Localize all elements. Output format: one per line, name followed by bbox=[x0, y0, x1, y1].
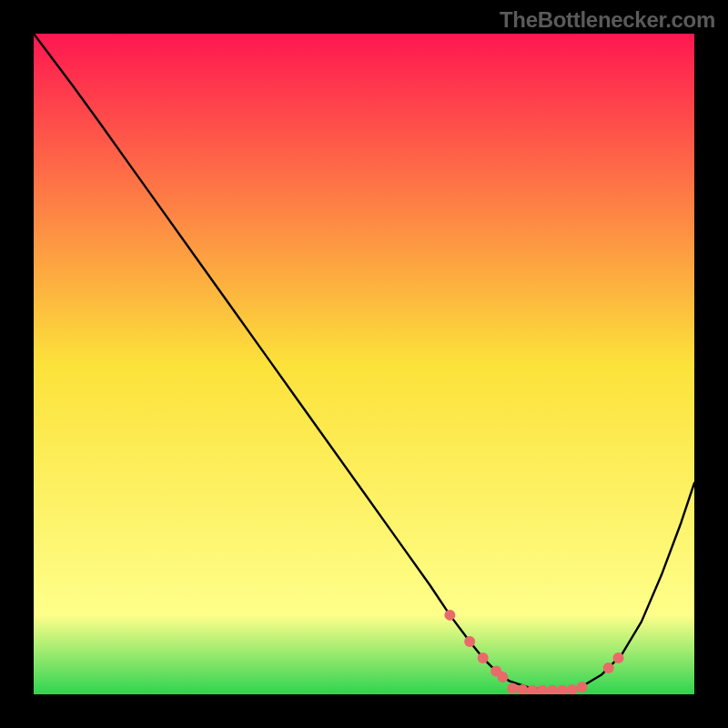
marker-dot bbox=[497, 672, 508, 682]
chart-svg bbox=[34, 34, 694, 694]
chart-background bbox=[34, 34, 694, 694]
marker-dot bbox=[478, 652, 489, 663]
marker-dot bbox=[603, 662, 614, 673]
marker-dot bbox=[444, 610, 455, 621]
marker-dot bbox=[464, 636, 475, 647]
chart-frame: TheBottlenecker.com bbox=[0, 0, 728, 728]
marker-dot bbox=[577, 682, 588, 693]
chart-plot-area bbox=[34, 34, 694, 694]
marker-dot bbox=[613, 652, 624, 663]
marker-dot bbox=[507, 682, 518, 693]
attribution-label: TheBottlenecker.com bbox=[500, 7, 715, 33]
